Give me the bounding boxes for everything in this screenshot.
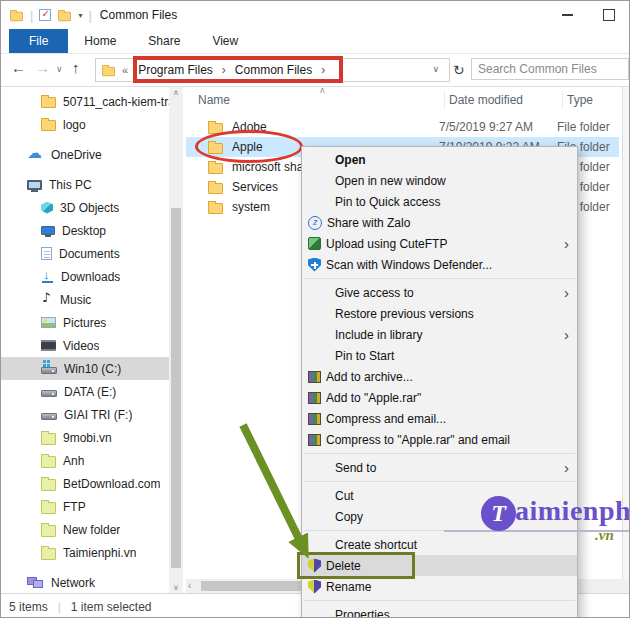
sidebar-item-videos[interactable]: Videos — [1, 334, 169, 357]
breadcrumb-overflow-icon[interactable]: « — [122, 64, 128, 76]
sidebar-item-label: Music — [60, 293, 91, 307]
tab-share[interactable]: Share — [132, 29, 196, 53]
menu-item-compress-to-apple-rar-and-email[interactable]: Compress to "Apple.rar" and email — [302, 429, 577, 450]
sidebar-item-taimienphi-vn[interactable]: Taimienphi.vn — [1, 541, 169, 564]
column-header-type[interactable]: Type — [567, 93, 593, 107]
sidebar-item-onedrive[interactable]: OneDrive — [1, 143, 169, 166]
menu-item-label: Share with Zalo — [327, 216, 569, 230]
sidebar-item-3d-objects[interactable]: 3D Objects — [1, 196, 169, 219]
sidebar-item-ftp[interactable]: FTP — [1, 495, 169, 518]
qat-properties-icon[interactable] — [39, 9, 51, 21]
menu-item-upload-using-cuteftp[interactable]: Upload using CuteFTP› — [302, 233, 577, 254]
menu-item-label: Add to "Apple.rar" — [326, 391, 569, 405]
sidebar-scrollbar[interactable]: ∧ ∨ — [169, 87, 183, 593]
divider: | — [58, 600, 61, 614]
sidebar-item-music[interactable]: Music — [1, 288, 169, 311]
column-header-date-modified[interactable]: Date modified — [449, 93, 567, 107]
menu-icon-slot — [308, 606, 330, 618]
menu-item-add-to-apple-rar[interactable]: Add to "Apple.rar" — [302, 387, 577, 408]
sidebar-item-win10-c[interactable]: Win10 (C:) — [1, 357, 169, 380]
menu-item-label: Add to archive... — [326, 370, 569, 384]
sidebar-item-data-e[interactable]: DATA (E:) — [1, 380, 169, 403]
music-icon — [41, 293, 53, 306]
qat-customize-chevron-icon[interactable]: ▾ — [78, 11, 82, 20]
context-menu: OpenOpen in new windowPin to Quick acces… — [301, 146, 578, 618]
sidebar-item-downloads[interactable]: Downloads — [1, 265, 169, 288]
menu-icon-slot — [308, 459, 330, 476]
sidebar-item-documents[interactable]: Documents — [1, 242, 169, 265]
menu-item-rename[interactable]: Rename — [302, 576, 577, 597]
scroll-up-icon[interactable]: ∧ — [169, 88, 183, 97]
menu-item-restore-previous-versions[interactable]: Restore previous versions — [302, 303, 577, 324]
sidebar-item-new-folder[interactable]: New folder — [1, 518, 169, 541]
menu-item-include-in-library[interactable]: Include in library› — [302, 324, 577, 345]
sidebar-item-50711-cach-kiem-tra-t[interactable]: 50711_cach-kiem-tra-t — [1, 90, 169, 113]
folder-icon — [41, 97, 56, 108]
cuteftp-icon — [308, 237, 321, 250]
sidebar-item-label: DATA (E:) — [64, 385, 116, 399]
sidebar-item-this-pc[interactable]: This PC — [1, 173, 169, 196]
scroll-left-icon[interactable]: ‹ — [188, 580, 191, 591]
pane-divider — [622, 87, 623, 593]
submenu-arrow-icon: › — [564, 235, 569, 252]
recent-locations-chevron-icon[interactable]: ∨ — [56, 64, 63, 74]
qat-new-folder-icon[interactable] — [59, 11, 72, 20]
tab-file[interactable]: File — [9, 29, 68, 53]
refresh-icon[interactable]: ↻ — [453, 62, 465, 78]
sidebar-item-anh[interactable]: Anh — [1, 449, 169, 472]
submenu-arrow-icon: › — [564, 284, 569, 301]
sidebar-item-label: Taimienphi.vn — [63, 546, 136, 560]
search-input[interactable] — [471, 58, 629, 80]
back-button-icon[interactable]: ← — [11, 59, 26, 76]
column-divider[interactable] — [562, 91, 563, 109]
scroll-down-icon[interactable]: ∨ — [169, 583, 183, 592]
menu-icon-slot — [308, 326, 330, 343]
tab-view[interactable]: View — [196, 29, 254, 53]
column-header-name[interactable]: Name — [198, 93, 449, 107]
menu-item-label: Scan with Windows Defender... — [326, 258, 569, 272]
menu-separator — [304, 453, 575, 454]
address-folder-icon — [102, 66, 115, 75]
pictures-icon — [41, 317, 56, 328]
menu-item-open[interactable]: Open — [302, 149, 577, 170]
up-button-icon[interactable]: ↑ — [72, 59, 80, 76]
minimize-button[interactable] — [562, 14, 573, 16]
forward-button-icon[interactable]: → — [35, 59, 50, 76]
sidebar-item-network[interactable]: Network — [1, 571, 169, 594]
annotation-red-rectangle-breadcrumb — [133, 56, 343, 83]
menu-separator — [304, 481, 575, 482]
sidebar-item-label: Documents — [59, 247, 120, 261]
menu-item-send-to[interactable]: Send to› — [302, 457, 577, 478]
address-dropdown-icon[interactable]: ∨ — [432, 64, 439, 74]
sidebar-item-label: FTP — [63, 500, 86, 514]
sidebar-item-9mobi-vn[interactable]: 9mobi.vn — [1, 426, 169, 449]
scrollbar-thumb[interactable] — [171, 208, 181, 568]
menu-item-copy[interactable]: Copy — [302, 506, 577, 527]
downloads-icon — [41, 270, 54, 283]
menu-item-add-to-archive[interactable]: Add to archive... — [302, 366, 577, 387]
network-icon — [27, 577, 44, 589]
sidebar-item-logo[interactable]: logo — [1, 113, 169, 136]
menu-item-share-with-zalo[interactable]: Share with Zalo — [302, 212, 577, 233]
maximize-button[interactable] — [603, 9, 615, 21]
tab-home[interactable]: Home — [68, 29, 132, 53]
explorer-window: | ▾ | Common Files FileHomeShareView ← →… — [0, 0, 630, 618]
sidebar-item-desktop[interactable]: Desktop — [1, 219, 169, 242]
main-scrollbar-track[interactable] — [623, 87, 630, 593]
menu-item-compress-and-email[interactable]: Compress and email... — [302, 408, 577, 429]
menu-item-cut[interactable]: Cut — [302, 485, 577, 506]
items-count: 5 items — [9, 600, 48, 614]
column-divider[interactable] — [444, 91, 445, 109]
menu-item-pin-to-quick-access[interactable]: Pin to Quick access — [302, 191, 577, 212]
sidebar-item-giai-tri-f[interactable]: GIAI TRI (F:) — [1, 403, 169, 426]
menu-separator — [304, 600, 575, 601]
menu-item-scan-with-windows-defender[interactable]: Scan with Windows Defender... — [302, 254, 577, 275]
menu-item-properties[interactable]: Properties — [302, 604, 577, 618]
menu-item-pin-to-start[interactable]: Pin to Start — [302, 345, 577, 366]
sidebar-item-betdownload-com[interactable]: BetDownload.com — [1, 472, 169, 495]
winrar-icon — [308, 392, 321, 404]
menu-item-give-access-to[interactable]: Give access to› — [302, 282, 577, 303]
sort-ascending-icon[interactable]: ∧ — [319, 85, 326, 95]
menu-item-open-in-new-window[interactable]: Open in new window — [302, 170, 577, 191]
sidebar-item-pictures[interactable]: Pictures — [1, 311, 169, 334]
